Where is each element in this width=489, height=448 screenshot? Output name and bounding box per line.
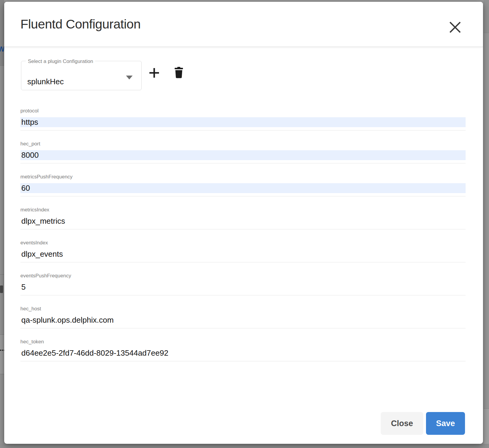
field-input[interactable]: dlpx_events [20, 249, 466, 259]
backdrop-right-strip-top [484, 0, 489, 33]
field-input[interactable]: https [20, 117, 466, 127]
form-field: protocol https [20, 108, 466, 141]
field-input[interactable]: 60 [20, 183, 466, 193]
field-label: hec_port [20, 141, 466, 146]
form-field: metricsIndex dlpx_metrics [20, 207, 466, 240]
form-field: eventsIndex dlpx_events [20, 240, 466, 273]
backdrop-left-strip-light [0, 335, 4, 374]
close-button[interactable]: Close [381, 412, 423, 435]
backdrop-row-divider [484, 33, 489, 33]
close-dialog-button[interactable] [448, 20, 462, 34]
plus-icon [149, 68, 159, 78]
field-input[interactable]: d64ee2e5-2fd7-46dd-8029-13544ad7ee92 [20, 348, 466, 358]
field-underline [20, 328, 466, 328]
backdrop-clipped-trash-icon [0, 285, 3, 293]
field-underline [20, 163, 466, 163]
backdrop-bottom-strip [0, 444, 489, 448]
plugin-config-select[interactable]: Select a plugin Configuration splunkHec [21, 61, 142, 90]
field-underline [20, 130, 466, 130]
fluentd-config-dialog: Fluentd Configuration Select a plugin Co… [4, 2, 483, 444]
trash-icon [175, 67, 183, 78]
add-config-button[interactable] [149, 68, 159, 78]
chevron-down-icon [126, 76, 133, 79]
field-underline [20, 196, 466, 196]
field-input[interactable]: qa-splunk.ops.delphix.com [20, 315, 466, 325]
field-label: eventsPushFrequency [20, 273, 466, 278]
field-input[interactable]: 8000 [20, 150, 466, 160]
dialog-header: Fluentd Configuration [4, 2, 483, 47]
dialog-footer: Close Save [381, 412, 465, 435]
backdrop-right-strip [484, 0, 489, 448]
backdrop-left-strip [0, 0, 4, 448]
x-icon [449, 22, 461, 33]
field-label: protocol [20, 108, 466, 113]
field-label: hec_host [20, 306, 466, 311]
form-field: hec_port 8000 [20, 141, 466, 174]
dialog-body: Select a plugin Configuration splunkHec [4, 61, 483, 372]
form-field: eventsPushFrequency 5 [20, 273, 466, 306]
field-label: eventsIndex [20, 240, 466, 245]
form-field: hec_host qa-splunk.ops.delphix.com [20, 306, 466, 339]
form-field: metricsPushFrequency 60 [20, 174, 466, 207]
save-button[interactable]: Save [426, 412, 465, 435]
plugin-selector-row: Select a plugin Configuration splunkHec [21, 61, 483, 90]
plugin-config-select-label: Select a plugin Configuration [26, 58, 95, 64]
field-label: metricsPushFrequency [20, 174, 466, 179]
field-label: metricsIndex [20, 207, 466, 212]
field-input[interactable]: 5 [20, 282, 466, 292]
field-underline [20, 295, 466, 295]
backdrop-row-divider [0, 65, 4, 66]
delete-config-button[interactable] [175, 67, 183, 78]
backdrop-left-strip-top [0, 0, 4, 65]
backdrop-row-divider [0, 274, 4, 275]
form-field: hec_token d64ee2e5-2fd7-46dd-8029-13544a… [20, 339, 466, 372]
plugin-config-select-value: splunkHec [27, 77, 64, 86]
dialog-title: Fluentd Configuration [20, 17, 141, 31]
field-underline [20, 262, 466, 262]
backdrop-row-divider [0, 374, 4, 374]
screen: W Fluentd Configuration Select a plugin … [0, 0, 489, 448]
field-label: hec_token [20, 339, 466, 344]
field-underline [20, 361, 466, 361]
field-underline [20, 229, 466, 229]
config-fields: protocol https hec_port 8000 metricsPush… [20, 108, 466, 372]
backdrop-right-strip-bottom [484, 409, 489, 448]
field-input[interactable]: dlpx_metrics [20, 216, 466, 226]
